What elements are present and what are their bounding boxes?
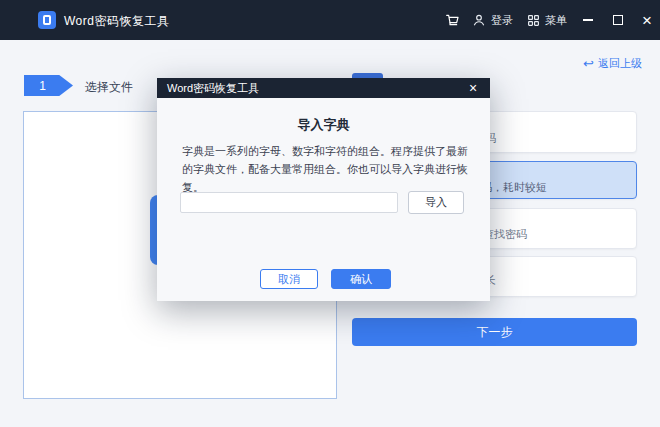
maximize-button[interactable] [605,0,631,40]
maximize-icon [613,15,623,25]
minimize-icon [583,19,593,21]
app-icon [38,11,56,29]
cancel-button[interactable]: 取消 [260,269,318,289]
cart-icon[interactable] [444,12,460,28]
app-window: Word密码恢复工具 登录 菜单 × 1 选择文件 ↩ 返回上级 [0,0,660,427]
dialog-close-icon: × [469,80,477,96]
step-1-badge: 1 [24,75,73,96]
back-to-parent-link[interactable]: ↩ 返回上级 [583,56,642,71]
grid-menu-icon [527,14,540,27]
menu-label: 菜单 [545,13,567,28]
dictionary-path-input[interactable] [180,192,398,213]
app-title: Word密码恢复工具 [64,13,169,30]
user-icon [472,13,486,27]
confirm-button[interactable]: 确认 [331,269,391,289]
import-dictionary-dialog: Word密码恢复工具 × 导入字典 字典是一系列的字母、数字和字符的组合。程序提… [157,78,490,301]
login-label: 登录 [491,13,513,28]
step-1-label: 选择文件 [85,79,133,96]
card-2-text: 码，耗时较短 [481,180,547,195]
back-arrow-icon: ↩ [583,57,594,70]
dialog-close-button[interactable]: × [464,78,482,98]
titlebar: Word密码恢复工具 登录 菜单 × [0,0,660,40]
menu-button[interactable]: 菜单 [527,0,567,40]
close-icon: × [642,12,652,29]
import-button[interactable]: 导入 [408,191,464,214]
dialog-titlebar: Word密码恢复工具 × [157,78,490,98]
dialog-title: Word密码恢复工具 [167,81,259,96]
login-button[interactable]: 登录 [472,0,513,40]
minimize-button[interactable] [575,0,601,40]
dialog-heading: 导入字典 [157,116,490,134]
back-link-label: 返回上级 [598,56,642,71]
dialog-description: 字典是一系列的字母、数字和字符的组合。程序提供了最新的字典文件，配备大量常用组合… [182,142,468,196]
close-button[interactable]: × [634,0,660,40]
next-step-button[interactable]: 下一步 [352,318,637,346]
